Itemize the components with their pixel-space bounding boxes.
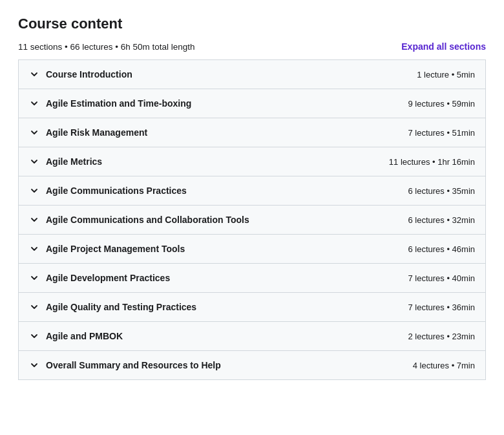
section-left: Agile Development Practices <box>29 273 170 283</box>
section-left: Course Introduction <box>29 69 132 80</box>
section-left: Agile Metrics <box>29 156 102 167</box>
section-meta: 4 lectures • 7min <box>413 361 475 370</box>
section-row[interactable]: Agile Communications Practices6 lectures… <box>19 176 485 206</box>
section-row[interactable]: Overall Summary and Resources to Help4 l… <box>19 351 485 379</box>
section-left: Agile Communications Practices <box>29 186 187 196</box>
section-left: Overall Summary and Resources to Help <box>29 360 221 370</box>
section-title: Agile Risk Management <box>46 127 147 138</box>
section-meta: 6 lectures • 32min <box>408 215 475 225</box>
chevron-down-icon <box>29 302 39 312</box>
section-meta: 6 lectures • 35min <box>408 186 475 196</box>
section-meta: 7 lectures • 51min <box>408 128 475 138</box>
section-meta: 1 lecture • 5min <box>417 70 475 80</box>
section-meta: 11 lectures • 1hr 16min <box>389 157 475 167</box>
section-meta: 6 lectures • 46min <box>408 244 475 254</box>
page-title: Course content <box>18 16 486 32</box>
section-title: Agile and PMBOK <box>46 331 123 341</box>
section-row[interactable]: Agile Project Management Tools6 lectures… <box>19 235 485 264</box>
section-title: Agile Development Practices <box>46 273 170 283</box>
chevron-down-icon <box>29 331 39 341</box>
section-meta: 7 lectures • 36min <box>408 302 475 312</box>
section-left: Agile Risk Management <box>29 127 147 138</box>
section-title: Course Introduction <box>46 69 132 80</box>
meta-row: 11 sections • 66 lectures • 6h 50m total… <box>18 41 486 52</box>
section-title: Agile Communications and Collaboration T… <box>46 215 249 225</box>
section-left: Agile and PMBOK <box>29 331 123 341</box>
chevron-down-icon <box>29 156 39 167</box>
chevron-down-icon <box>29 127 39 138</box>
section-title: Agile Metrics <box>46 156 102 167</box>
section-left: Agile Project Management Tools <box>29 244 185 254</box>
expand-all-button[interactable]: Expand all sections <box>401 41 486 52</box>
section-title: Overall Summary and Resources to Help <box>46 360 221 370</box>
chevron-down-icon <box>29 360 39 370</box>
section-row[interactable]: Agile and PMBOK2 lectures • 23min <box>19 322 485 351</box>
chevron-down-icon <box>29 98 39 109</box>
section-title: Agile Estimation and Time-boxing <box>46 98 191 109</box>
course-meta: 11 sections • 66 lectures • 6h 50m total… <box>18 42 195 52</box>
section-row[interactable]: Course Introduction1 lecture • 5min <box>19 60 485 89</box>
section-title: Agile Quality and Testing Practices <box>46 302 196 312</box>
section-row[interactable]: Agile Development Practices7 lectures • … <box>19 264 485 293</box>
section-left: Agile Estimation and Time-boxing <box>29 98 191 109</box>
section-row[interactable]: Agile Metrics11 lectures • 1hr 16min <box>19 147 485 176</box>
section-meta: 7 lectures • 40min <box>408 273 475 283</box>
section-left: Agile Communications and Collaboration T… <box>29 215 249 225</box>
section-row[interactable]: Agile Risk Management7 lectures • 51min <box>19 118 485 147</box>
section-row[interactable]: Agile Quality and Testing Practices7 lec… <box>19 293 485 322</box>
chevron-down-icon <box>29 69 39 80</box>
section-title: Agile Project Management Tools <box>46 244 185 254</box>
chevron-down-icon <box>29 186 39 196</box>
section-title: Agile Communications Practices <box>46 186 187 196</box>
section-left: Agile Quality and Testing Practices <box>29 302 196 312</box>
section-meta: 2 lectures • 23min <box>408 332 475 341</box>
section-meta: 9 lectures • 59min <box>408 99 475 109</box>
sections-container: Course Introduction1 lecture • 5min Agil… <box>18 59 486 380</box>
chevron-down-icon <box>29 244 39 254</box>
section-row[interactable]: Agile Estimation and Time-boxing9 lectur… <box>19 89 485 118</box>
section-row[interactable]: Agile Communications and Collaboration T… <box>19 206 485 235</box>
chevron-down-icon <box>29 273 39 283</box>
chevron-down-icon <box>29 215 39 225</box>
